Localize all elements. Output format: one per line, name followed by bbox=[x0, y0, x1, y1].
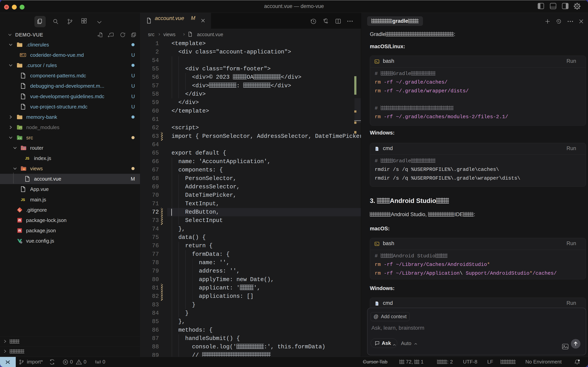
svg-text:<>: <> bbox=[23, 168, 25, 170]
svg-text:JS: JS bbox=[21, 198, 25, 201]
svg-text:JS: JS bbox=[19, 127, 22, 129]
svg-text:JS: JS bbox=[25, 157, 29, 160]
